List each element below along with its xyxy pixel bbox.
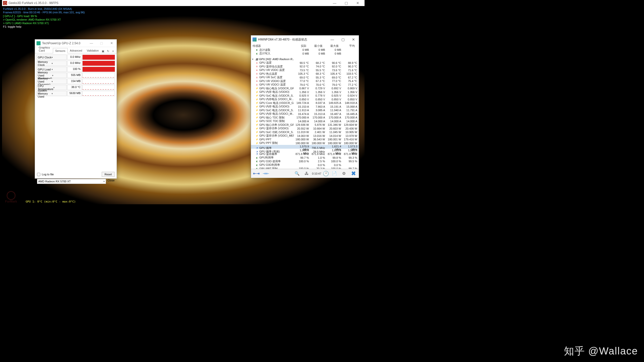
sensor-row[interactable]: ◐GPU D3D 使用率100.0 %2.5 %100.0 %99.5 % <box>251 159 359 163</box>
sensor-current: 99.7 % <box>294 156 310 159</box>
sensor-label-dropdown[interactable]: Memory Clock▾ <box>37 61 67 66</box>
menu-icon[interactable]: ≡ <box>111 49 115 53</box>
sensor-row[interactable]: ⚡GPU SoC 功耗 (VDDCR_S...11.019 W2.401 W11… <box>251 130 359 134</box>
close-button[interactable]: ✕ <box>352 0 364 6</box>
tab-graphics-card[interactable]: Graphics Card <box>37 45 53 53</box>
sensor-row[interactable]: 🌡GPU VR VDDC 温度73.5 °C55.5 °C73.6 °C71.6… <box>251 68 359 72</box>
sensor-row[interactable]: ◔GPU 频率1,570.9 MHz795.5 MHz1,621.4 MHz1,… <box>251 145 359 149</box>
log-to-file-checkbox[interactable] <box>37 173 40 176</box>
sensor-row[interactable]: ⚡GPU 内存电压 (VDDCI_M...0.850 V0.850 V0.850… <box>251 98 359 101</box>
volt-icon: ⚡ <box>256 142 258 144</box>
sensor-row[interactable]: ⚡GPU 显存功率 (VDDCI_MEM)14.003 W13.016 W14.… <box>251 134 359 138</box>
sensor-graph[interactable] <box>82 91 115 96</box>
sensor-graph[interactable] <box>82 67 115 72</box>
sensor-row[interactable]: ⚡GPU 核心电压 (VDDCR_GFX)0.867 V0.729 V0.892… <box>251 87 359 90</box>
log-button[interactable]: 📄 <box>330 170 339 177</box>
sensor-row[interactable]: 🌡GPU 热点温度105.3 °C68.3 °C105.4 °C103.5 °C <box>251 72 359 76</box>
sensor-row[interactable]: 🌡GPU VR VDDIO 温度77.0 °C67.3 °C77.0 °C75.… <box>251 79 359 83</box>
sensor-current: 11.019 W <box>294 131 310 134</box>
sensor-row[interactable]: ⚡GPU SoC 电流 (VDDCR_S...11.913 A3.085 A11… <box>251 108 359 112</box>
sensor-max: 16.487 A <box>326 112 342 115</box>
sensor-row[interactable]: ◐GPU PPT 限制100.0 %20.3 %100.0 %99.7 % <box>251 167 359 169</box>
temp-icon: 🌡 <box>256 76 258 79</box>
sensor-row[interactable]: ⚡GPU SoC 电压 (VDDCR_S...0.925 V0.778 V0.9… <box>251 94 359 98</box>
sensor-graph[interactable] <box>82 85 115 90</box>
temp-icon: 🌡 <box>256 72 258 75</box>
sensor-row: Memory Used (Dynamic)▾154 MB <box>37 78 115 84</box>
sensor-min: 0.778 V <box>310 94 326 97</box>
sensor-row[interactable]: ⚡GPU 显存功率 (VDDIO)20.552 W10.664 W20.603 … <box>251 127 359 131</box>
device-selector[interactable]: AMD Radeon RX 5700 XT ▾ <box>37 179 106 184</box>
maximize-button[interactable]: ▢ <box>96 39 106 47</box>
sensor-current: 14.003 W <box>294 134 310 137</box>
collapse-button[interactable]: ⇥⇤ <box>262 170 270 177</box>
sensor-max: 14.014 W <box>326 134 342 137</box>
collapse-icon[interactable]: ▾ <box>252 58 254 61</box>
sensor-name: GPU PPT <box>259 138 271 141</box>
sensor-current: 0.850 V <box>294 98 310 101</box>
furmark-titlebar[interactable]: ◯ Geeks3D FurMark v1.35.0.0 - 96FPS — ▢ … <box>2 0 365 6</box>
refresh-icon[interactable]: ↻ <box>106 49 110 53</box>
hwinfo-sensor-list[interactable]: ◐总计读取0 MB0 MB0 MB◐总计写入0 MB0 MB0 MB▾▦ GPU… <box>251 48 359 169</box>
log-to-file-label[interactable]: Log to file <box>42 173 54 176</box>
sensor-row[interactable]: ◐总计写入0 MB0 MB0 MB <box>251 52 359 56</box>
close-button-bottom[interactable]: Close <box>108 179 115 184</box>
sensor-row[interactable]: ⚡GPU 核心 TDC 限制170.000 A170.000 A170.000 … <box>251 116 359 119</box>
sensor-current: 77.0 °C <box>294 79 310 83</box>
close-button[interactable]: ✕ <box>348 35 359 44</box>
close-button[interactable]: ✕ <box>106 39 117 47</box>
gpuz-sensor-list: GPU Clock▾0.0 MHzMemory Clock▾0.0 MHzGPU… <box>35 53 117 170</box>
network-button[interactable]: 🖧 <box>302 170 311 177</box>
sensor-row[interactable]: ▸◐GPU D3D利用率0.0 %0.0 % <box>251 163 359 167</box>
hwinfo-column-headers[interactable]: 传感器 实际 最小值 最大值 平均 <box>251 44 359 48</box>
hwinfo-titlebar[interactable]: HWiNFO64 v7.30-4870 - 传感器状态 — ▢ ✕ <box>251 35 359 44</box>
sensor-row[interactable]: ⚡GPU 内存 电压 (VDDIO)1.356 V1.356 V1.356 V1… <box>251 90 359 94</box>
sensor-row[interactable]: ⚡GPU 核心功率 (VDDCR_GFX)129.936 W5.876 W131… <box>251 123 359 127</box>
sensor-avg: 10.905 W <box>342 131 358 134</box>
sensor-graph[interactable] <box>82 79 115 84</box>
sensor-max: 0.925 V <box>326 94 342 97</box>
sensor-row[interactable]: ⚡GPU 内存 电流 (VDDCI_M...16.474 A15.313 A16… <box>251 112 359 116</box>
sensor-row[interactable]: ⚡GPU 内存 电流 (VDDIO)15.153 A7.863 A15.191 … <box>251 105 359 109</box>
sensor-row[interactable]: ◔GPU 显存频率871.8 MHz871.8 MHz871.8 MHz871.… <box>251 152 359 156</box>
sensor-row[interactable]: ◐总计读取0 MB0 MB0 MB <box>251 48 359 52</box>
sensor-row[interactable]: ⚡GPU PPT 限制180.000 W180.000 W180.000 W18… <box>251 141 359 145</box>
settings-button[interactable]: ⚙ <box>340 170 348 177</box>
reset-button[interactable]: Reset <box>102 172 115 177</box>
sensor-min: 0.850 V <box>310 98 326 101</box>
sensor-row[interactable]: 🌡GPU VR VDDCI 温度79.0 °C70.0 °C79.0 °C77.… <box>251 83 359 87</box>
sensor-row[interactable]: ◐GPU利用率99.7 %1.0 %99.8 %99.3 % <box>251 156 359 160</box>
sensor-graph[interactable] <box>82 55 115 60</box>
sensor-row[interactable]: ⚡GPU SOC TDC 限制14.000 A14.000 A14.000 A1… <box>251 119 359 123</box>
sensor-label-dropdown[interactable]: System Memory Used▾ <box>37 91 67 96</box>
tab-sensors[interactable]: Sensors <box>53 48 67 53</box>
exit-button[interactable]: ✖ <box>349 170 358 177</box>
sensor-row[interactable]: ⚡GPU PPT180.000 W36.543 W180.001 W179.41… <box>251 138 359 141</box>
maximize-button[interactable]: ▢ <box>338 35 348 44</box>
sensor-name: GPU 显存频率 <box>259 152 277 156</box>
sensor-group-header[interactable]: ▾▦ GPU [#0]: AMD Radeon R... <box>251 57 359 61</box>
sensor-graph[interactable] <box>82 73 115 78</box>
sensor-row[interactable]: 🌡GPU 显存结点温度92.0 °C74.0 °C92.0 °C90.3 °C <box>251 65 359 68</box>
sensor-graph[interactable] <box>82 61 115 66</box>
find-button[interactable]: 🔍 <box>293 170 301 177</box>
minimize-button[interactable]: — <box>327 35 338 44</box>
sensor-row[interactable]: 🌡GPU 温度90.5 °C68.2 °C90.6 °C88.9 °C <box>251 61 359 65</box>
sensor-name: GPU D3D利用率 <box>259 163 280 167</box>
minimize-button[interactable]: — <box>329 0 340 6</box>
sensor-label-dropdown[interactable]: GPU Clock▾ <box>37 55 67 60</box>
sensor-avg: 11.791 A <box>342 109 358 112</box>
sensor-name: GPU 内存 电流 (VDDIO) <box>259 105 289 108</box>
sensor-avg: 148.918 A <box>342 101 358 104</box>
sensor-row[interactable]: 🌡GPU VR SoC 温度69.0 °C55.3 °C69.0 °C67.2 … <box>251 76 359 79</box>
sensor-row[interactable]: ⚡GPU Core 电流 (VDDCR_G...149.724 A8.037 A… <box>251 101 359 105</box>
sensor-max: 871.8 MHz <box>326 152 342 155</box>
sensor-label-dropdown[interactable]: Memory Used (Dynamic)▾ <box>37 79 67 84</box>
expand-all-button[interactable]: ⇤⇥ <box>252 170 261 177</box>
overlay-line-6: F1: toggle help <box>3 25 85 28</box>
screenshot-icon[interactable]: ▣ <box>101 49 105 53</box>
tab-advanced[interactable]: Advanced <box>68 48 85 53</box>
maximize-button[interactable]: ▢ <box>340 0 352 6</box>
tab-validation[interactable]: Validation <box>85 48 101 53</box>
minimize-button[interactable]: — <box>86 39 96 47</box>
